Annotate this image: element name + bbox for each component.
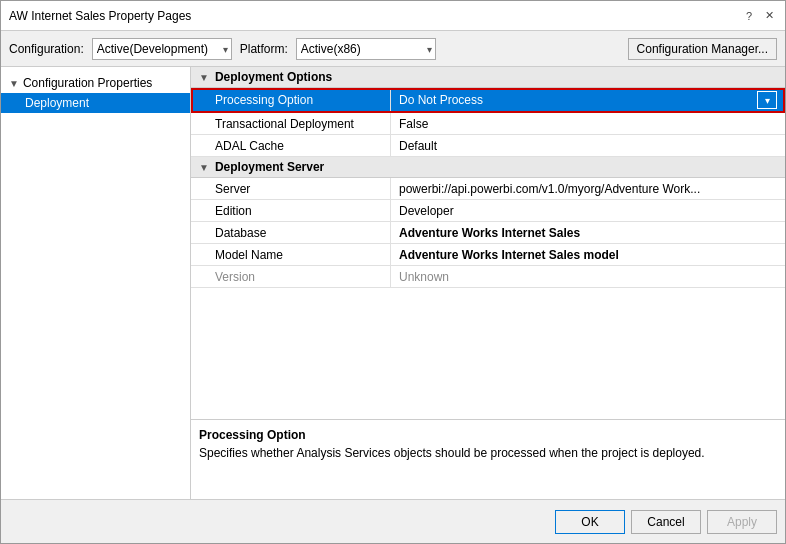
dialog: AW Internet Sales Property Pages ? ✕ Con… xyxy=(0,0,786,544)
sidebar-group-label: Configuration Properties xyxy=(23,76,152,90)
main-content: ▼ Configuration Properties Deployment ▼ … xyxy=(1,67,785,499)
help-button[interactable]: ? xyxy=(741,8,757,24)
title-bar: AW Internet Sales Property Pages ? ✕ xyxy=(1,1,785,31)
dialog-title: AW Internet Sales Property Pages xyxy=(9,9,191,23)
description-area: Processing Option Specifies whether Anal… xyxy=(191,419,785,499)
platform-label: Platform: xyxy=(240,42,288,56)
ok-button[interactable]: OK xyxy=(555,510,625,534)
config-label: Configuration: xyxy=(9,42,84,56)
sidebar: ▼ Configuration Properties Deployment xyxy=(1,67,191,499)
chevron-down-icon-server: ▼ xyxy=(199,162,209,173)
prop-value-database: Adventure Works Internet Sales xyxy=(391,222,785,243)
description-title: Processing Option xyxy=(199,428,777,442)
footer: OK Cancel Apply xyxy=(1,499,785,543)
prop-row-edition[interactable]: Edition Developer xyxy=(191,200,785,222)
prop-value-dropdown-wrapper: Do Not Process ▾ xyxy=(399,91,777,109)
prop-name-model-name: Model Name xyxy=(191,244,391,265)
config-bar: Configuration: Active(Development) Platf… xyxy=(1,31,785,67)
deployment-server-header: ▼ Deployment Server xyxy=(191,157,785,178)
apply-button[interactable]: Apply xyxy=(707,510,777,534)
prop-value-adal: Default xyxy=(391,135,785,156)
prop-value-model-name: Adventure Works Internet Sales model xyxy=(391,244,785,265)
prop-name-version: Version xyxy=(191,266,391,287)
configuration-manager-button[interactable]: Configuration Manager... xyxy=(628,38,777,60)
prop-name-edition: Edition xyxy=(191,200,391,221)
prop-value-transactional: False xyxy=(391,113,785,134)
close-button[interactable]: ✕ xyxy=(761,8,777,24)
prop-name-processing-option: Processing Option xyxy=(191,88,391,112)
prop-row-server[interactable]: Server powerbi://api.powerbi.com/v1.0/my… xyxy=(191,178,785,200)
title-bar-controls: ? ✕ xyxy=(741,8,777,24)
prop-name-transactional: Transactional Deployment xyxy=(191,113,391,134)
prop-row-version[interactable]: Version Unknown xyxy=(191,266,785,288)
prop-name-database: Database xyxy=(191,222,391,243)
description-text: Specifies whether Analysis Services obje… xyxy=(199,446,777,460)
prop-value-edition: Developer xyxy=(391,200,785,221)
chevron-down-icon: ▼ xyxy=(9,78,19,89)
deployment-options-title: Deployment Options xyxy=(215,70,332,84)
properties-area: ▼ Deployment Options Processing Option D… xyxy=(191,67,785,419)
prop-value-version: Unknown xyxy=(391,266,785,287)
config-select-wrapper: Active(Development) xyxy=(92,38,232,60)
prop-row-adal-cache[interactable]: ADAL Cache Default xyxy=(191,135,785,157)
platform-select-wrapper: Active(x86) xyxy=(296,38,436,60)
deployment-options-header: ▼ Deployment Options xyxy=(191,67,785,88)
chevron-down-icon: ▼ xyxy=(199,72,209,83)
sidebar-item-deployment[interactable]: Deployment xyxy=(1,93,190,113)
sidebar-group: ▼ Configuration Properties Deployment xyxy=(1,71,190,115)
platform-select[interactable]: Active(x86) xyxy=(296,38,436,60)
prop-value-processing-option: Do Not Process ▾ xyxy=(391,88,785,112)
deployment-server-title: Deployment Server xyxy=(215,160,324,174)
prop-value-server: powerbi://api.powerbi.com/v1.0/myorg/Adv… xyxy=(391,178,785,199)
sidebar-group-header[interactable]: ▼ Configuration Properties xyxy=(1,73,190,93)
prop-row-processing-option[interactable]: Processing Option Do Not Process ▾ xyxy=(191,88,785,113)
config-select[interactable]: Active(Development) xyxy=(92,38,232,60)
prop-row-model-name[interactable]: Model Name Adventure Works Internet Sale… xyxy=(191,244,785,266)
prop-row-database[interactable]: Database Adventure Works Internet Sales xyxy=(191,222,785,244)
prop-name-server: Server xyxy=(191,178,391,199)
right-panel: ▼ Deployment Options Processing Option D… xyxy=(191,67,785,499)
sidebar-item-label: Deployment xyxy=(25,96,89,110)
prop-row-transactional-deployment[interactable]: Transactional Deployment False xyxy=(191,113,785,135)
prop-name-adal: ADAL Cache xyxy=(191,135,391,156)
cancel-button[interactable]: Cancel xyxy=(631,510,701,534)
dropdown-arrow-icon[interactable]: ▾ xyxy=(757,91,777,109)
